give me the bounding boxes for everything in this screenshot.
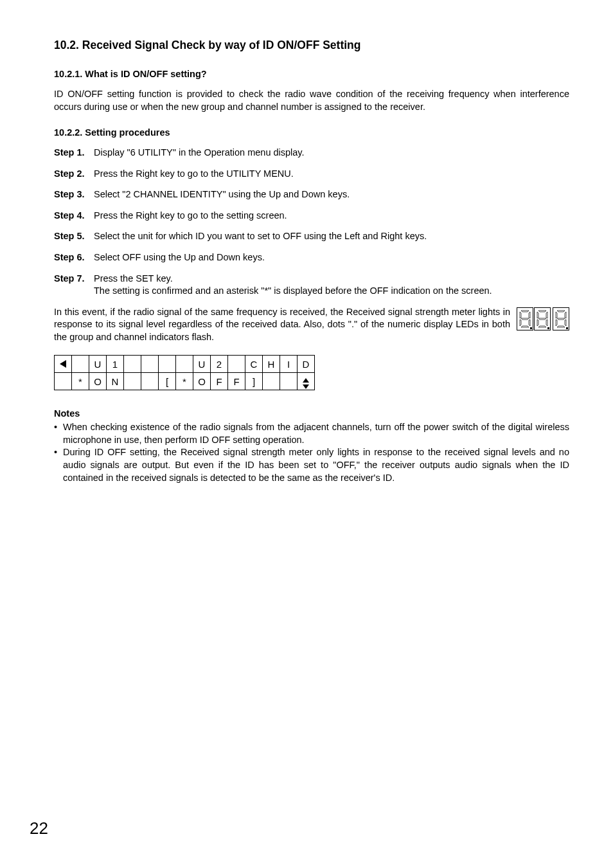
section-title: 10.2. Received Signal Check by way of ID… [54, 39, 569, 52]
lcd-cell: U [89, 356, 107, 373]
step-row: Step 5. Select the unit for which ID you… [54, 230, 569, 243]
lcd-cell [124, 373, 141, 390]
note-row: • During ID OFF setting, the Received si… [54, 446, 569, 484]
subsection-1-heading: 10.2.1. What is ID ON/OFF setting? [54, 69, 569, 79]
step-text: Select OFF using the Up and Down keys. [94, 251, 569, 264]
bullet: • [54, 446, 63, 484]
lcd-cell: D [298, 356, 315, 373]
lcd-cell [141, 373, 159, 390]
lcd-cell: 2 [211, 356, 228, 373]
lcd-cell: F [211, 373, 228, 390]
note-text: When checking existence of the radio sig… [63, 421, 569, 446]
lcd-cell: H [263, 356, 280, 373]
lcd-cell: ] [245, 373, 263, 390]
seven-segment-display [517, 306, 569, 330]
lcd-cell: N [107, 373, 124, 390]
step-label: Step 7. [54, 273, 94, 298]
lcd-cell [141, 356, 159, 373]
step-text: Select the unit for which ID you want to… [94, 230, 569, 243]
step-row: Step 2. Press the Right key to go to the… [54, 168, 569, 181]
step-label: Step 6. [54, 251, 94, 264]
seven-seg-digit [534, 307, 551, 330]
lcd-cell [228, 356, 245, 373]
lcd-cell [72, 356, 89, 373]
lcd-cell [298, 373, 315, 390]
lcd-cell [159, 356, 176, 373]
page-number: 22 [30, 818, 48, 838]
step-row: Step 3. Select "2 CHANNEL IDENTITY" usin… [54, 188, 569, 201]
step-row: Step 6. Select OFF using the Up and Down… [54, 251, 569, 264]
step-extra-line: The setting is confirmed and an asterisk… [94, 285, 492, 296]
step-label: Step 5. [54, 230, 94, 243]
lcd-row: * O N [ * O F F ] [55, 373, 315, 390]
lcd-cell [280, 373, 298, 390]
lcd-cell: F [228, 373, 245, 390]
subsection-1-text: ID ON/OFF setting function is provided t… [54, 88, 569, 113]
lcd-row: U 1 U 2 C H I D [55, 356, 315, 373]
step-text: Press the SET key. The setting is confir… [94, 273, 569, 298]
step-row: Step 1. Display "6 UTILITY" in the Opera… [54, 147, 569, 159]
lcd-cell [55, 356, 72, 373]
seven-seg-digit [517, 307, 533, 330]
note-text: During ID OFF setting, the Received sign… [63, 446, 569, 484]
step-text-line: Press the SET key. [94, 273, 173, 284]
step-label: Step 3. [54, 188, 94, 201]
up-down-icon [303, 378, 309, 389]
step-label: Step 4. [54, 210, 94, 222]
left-arrow-icon [60, 360, 66, 368]
seven-seg-digit [553, 307, 569, 330]
after-steps-text: In this event, if the radio signal of th… [54, 306, 510, 344]
lcd-cell: O [89, 373, 107, 390]
lcd-cell [124, 356, 141, 373]
step-label: Step 1. [54, 147, 94, 159]
step-text: Press the Right key to go to the setting… [94, 210, 569, 222]
subsection-2-heading: 10.2.2. Setting procedures [54, 127, 569, 138]
lcd-cell: 1 [107, 356, 124, 373]
lcd-cell: * [72, 373, 89, 390]
notes-heading: Notes [54, 408, 569, 419]
lcd-cell: O [193, 373, 211, 390]
lcd-cell [263, 373, 280, 390]
lcd-cell: I [280, 356, 298, 373]
note-row: • When checking existence of the radio s… [54, 421, 569, 446]
lcd-cell: C [245, 356, 263, 373]
step-row: Step 4. Press the Right key to go to the… [54, 210, 569, 222]
step-text: Select "2 CHANNEL IDENTITY" using the Up… [94, 188, 569, 201]
step-label: Step 2. [54, 168, 94, 181]
step-text: Press the Right key to go to the UTILITY… [94, 168, 569, 181]
lcd-cell: * [176, 373, 193, 390]
lcd-cell: U [193, 356, 211, 373]
lcd-cell [55, 373, 72, 390]
lcd-display-table: U 1 U 2 C H I D * O N [ * O F F ] [54, 355, 315, 390]
step-row: Step 7. Press the SET key. The setting i… [54, 273, 569, 298]
step-text: Display "6 UTILITY" in the Operation men… [94, 147, 569, 159]
lcd-cell [176, 356, 193, 373]
lcd-cell: [ [159, 373, 176, 390]
bullet: • [54, 421, 63, 446]
